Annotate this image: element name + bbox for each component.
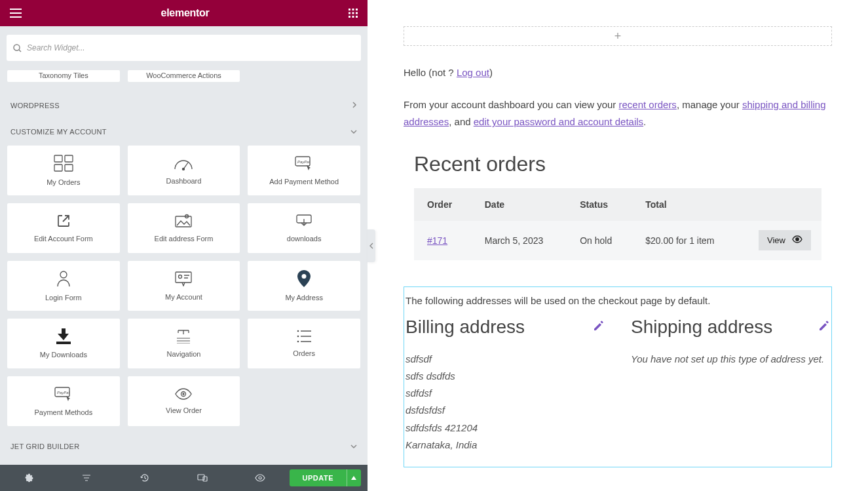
widget-label: downloads bbox=[287, 235, 322, 243]
svg-rect-6 bbox=[349, 16, 350, 18]
svg-rect-3 bbox=[349, 12, 350, 14]
svg-text:PayPal: PayPal bbox=[297, 160, 311, 164]
billing-title: Billing address bbox=[406, 317, 525, 338]
widget-my-address[interactable]: My Address bbox=[247, 260, 361, 311]
widget-navigation[interactable]: Navigation bbox=[127, 318, 241, 369]
widget-orders[interactable]: Orders bbox=[247, 318, 361, 369]
preview-button[interactable] bbox=[231, 474, 289, 482]
widget-label: Login Form bbox=[45, 294, 82, 302]
order-total: $20.00 for 1 item bbox=[632, 221, 739, 260]
widget-label: My Downloads bbox=[40, 351, 87, 359]
widget-edit-address[interactable]: Edit address Form bbox=[127, 203, 241, 254]
widget-login-form[interactable]: Login Form bbox=[7, 260, 121, 311]
widget-label: My Orders bbox=[47, 178, 80, 186]
svg-rect-10 bbox=[54, 155, 62, 162]
widget-my-orders[interactable]: My Orders bbox=[7, 145, 121, 196]
widget-dashboard[interactable]: Dashboard bbox=[127, 145, 241, 196]
th-date: Date bbox=[472, 188, 567, 221]
table-row: #171 March 5, 2023 On hold $20.00 for 1 … bbox=[414, 221, 821, 260]
download-icon bbox=[56, 328, 71, 344]
account-details-link[interactable]: edit your password and account details bbox=[474, 116, 643, 127]
svg-rect-33 bbox=[203, 477, 207, 481]
hello-text: Hello (not ? Log out) bbox=[404, 67, 832, 78]
widget-label: Edit address Form bbox=[155, 235, 214, 243]
widget-downloads[interactable]: downloads bbox=[247, 203, 361, 254]
edit-billing-button[interactable] bbox=[593, 320, 605, 334]
responsive-button[interactable] bbox=[174, 474, 231, 482]
th-status: Status bbox=[567, 188, 632, 221]
widget-payment-methods[interactable]: PayPal Payment Methods bbox=[7, 376, 121, 427]
svg-rect-4 bbox=[352, 12, 354, 14]
map-pin-icon bbox=[297, 270, 311, 287]
id-card-icon bbox=[174, 271, 193, 286]
svg-rect-24 bbox=[56, 342, 71, 344]
th-actions bbox=[739, 188, 821, 221]
order-link[interactable]: #171 bbox=[427, 235, 447, 246]
widget-label: Payment Methods bbox=[35, 408, 93, 416]
history-button[interactable] bbox=[116, 473, 174, 482]
update-options-toggle[interactable] bbox=[347, 469, 361, 486]
chevron-right-icon bbox=[352, 102, 357, 109]
addresses-intro: The following addresses will be used on … bbox=[406, 292, 830, 317]
th-total: Total bbox=[632, 188, 739, 221]
nav-icon bbox=[176, 329, 191, 344]
widget-edit-account[interactable]: Edit Account Form bbox=[7, 203, 121, 254]
widget-woocommerce-actions[interactable]: WooCommerce Actions bbox=[127, 69, 241, 83]
widgets-scroll[interactable]: Taxonomy Tiles WooCommerce Actions WORDP… bbox=[0, 69, 368, 465]
eye-icon bbox=[792, 235, 802, 245]
svg-rect-0 bbox=[349, 9, 350, 10]
svg-point-25 bbox=[297, 330, 299, 332]
svg-point-34 bbox=[259, 477, 261, 479]
widget-taxonomy-tiles[interactable]: Taxonomy Tiles bbox=[7, 69, 121, 83]
update-button[interactable]: UPDATE bbox=[290, 469, 347, 486]
recent-orders-link[interactable]: recent orders bbox=[619, 99, 677, 110]
add-section-button[interactable]: + bbox=[404, 26, 832, 46]
widgets-grid-icon[interactable] bbox=[349, 9, 358, 18]
widget-add-payment[interactable]: PayPal Add Payment Method bbox=[247, 145, 361, 196]
menu-icon[interactable] bbox=[10, 9, 22, 18]
recent-orders-block: Recent orders Order Date Status Total #1… bbox=[404, 152, 832, 260]
user-icon bbox=[56, 270, 71, 287]
shipping-message: You have not set up this type of address… bbox=[631, 351, 830, 368]
brand-logo: elementor bbox=[161, 7, 210, 19]
addresses-block[interactable]: The following addresses will be used on … bbox=[404, 286, 832, 468]
widget-view-order[interactable]: View Order bbox=[127, 376, 241, 427]
svg-rect-2 bbox=[356, 9, 358, 10]
view-order-button[interactable]: View bbox=[759, 230, 811, 250]
panel-footer: UPDATE bbox=[0, 465, 368, 491]
billing-lines: sdfsdf sdfs dsdfds sdfdsf dsfdsfdsf sdfd… bbox=[406, 351, 605, 454]
dashboard-description: From your account dashboard you can view… bbox=[404, 96, 832, 131]
widget-label: Orders bbox=[293, 349, 315, 357]
panel-header: elementor bbox=[0, 0, 368, 26]
search-input[interactable] bbox=[27, 43, 354, 52]
shipping-column: Shipping address You have not set up thi… bbox=[631, 317, 830, 454]
section-customize-account[interactable]: CUSTOMIZE MY ACCOUNT bbox=[7, 119, 361, 145]
section-jet-grid[interactable]: JET GRID BUILDER bbox=[7, 433, 361, 460]
recent-orders-title: Recent orders bbox=[414, 152, 821, 176]
svg-text:PayPal: PayPal bbox=[57, 391, 70, 395]
orders-grid-icon bbox=[54, 155, 73, 172]
widget-label: Edit Account Form bbox=[34, 235, 93, 243]
billing-column: Billing address sdfsdf sdfs dsdfds sdfds… bbox=[406, 317, 605, 454]
svg-rect-21 bbox=[176, 272, 191, 283]
widget-my-account[interactable]: My Account bbox=[127, 260, 241, 311]
navigator-button[interactable] bbox=[58, 473, 115, 482]
widget-my-downloads[interactable]: My Downloads bbox=[7, 318, 121, 369]
paypal-cursor-icon: PayPal bbox=[294, 155, 314, 171]
widget-label: View Order bbox=[166, 406, 202, 414]
elementor-panel: elementor Taxonomy Tiles WooCommerce Act… bbox=[0, 0, 368, 491]
svg-point-9 bbox=[14, 45, 20, 50]
svg-point-22 bbox=[179, 275, 182, 279]
orders-table: Order Date Status Total #171 March 5, 20… bbox=[414, 188, 821, 260]
svg-point-23 bbox=[302, 274, 307, 279]
svg-rect-5 bbox=[356, 12, 358, 14]
image-pin-icon bbox=[174, 214, 193, 228]
settings-button[interactable] bbox=[0, 473, 58, 482]
edit-shipping-button[interactable] bbox=[818, 320, 830, 334]
search-box[interactable] bbox=[7, 35, 361, 61]
gauge-icon bbox=[174, 156, 193, 170]
paypal-icon: PayPal bbox=[54, 386, 73, 402]
logout-link[interactable]: Log out bbox=[457, 67, 489, 78]
section-wordpress[interactable]: WORDPRESS bbox=[7, 92, 361, 119]
svg-rect-7 bbox=[352, 16, 354, 18]
